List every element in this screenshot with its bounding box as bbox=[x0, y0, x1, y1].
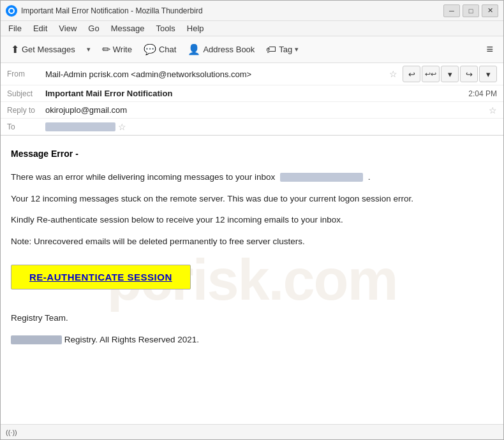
reply-back-button[interactable]: ↩ bbox=[403, 66, 420, 82]
nav-more-button[interactable]: ▾ bbox=[479, 66, 497, 82]
body-paragraph2: Your 12 incoming messages stuck on the r… bbox=[11, 192, 493, 206]
footer: Registry. All Rights Reserved 2021. bbox=[11, 333, 493, 347]
menu-file[interactable]: File bbox=[3, 22, 27, 34]
subject-label: Subject bbox=[7, 89, 45, 98]
hamburger-menu[interactable]: ≡ bbox=[481, 40, 498, 59]
signal-icon: ((·)) bbox=[6, 429, 17, 436]
toolbar: ⬆ Get Messages ▾ ✏ Write 💬 Chat 👤 Addres… bbox=[1, 36, 503, 63]
menu-view[interactable]: View bbox=[54, 22, 82, 34]
from-row: From Mail-Admin pcrisk.com <admin@networ… bbox=[1, 63, 503, 85]
body-paragraph1-suffix: . bbox=[368, 172, 371, 182]
body-paragraph4: Note: Unrecovered emails will be deleted… bbox=[11, 235, 493, 249]
to-row: To ☆ bbox=[1, 119, 503, 135]
address-book-label: Address Book bbox=[203, 45, 255, 54]
reply-to-star-icon[interactable]: ☆ bbox=[489, 105, 497, 115]
window-title: Important Mail Error Notification - Mozi… bbox=[21, 6, 443, 15]
email-body: pcrisk.com Message Error - There was an … bbox=[1, 136, 503, 424]
body-paragraph1-text: There was an error while delivering inco… bbox=[11, 172, 275, 182]
menu-message[interactable]: Message bbox=[106, 22, 150, 34]
reply-all-button[interactable]: ↩↩ bbox=[422, 66, 440, 82]
chat-icon: 💬 bbox=[144, 43, 156, 55]
tag-label: Tag bbox=[279, 45, 292, 54]
forward-button[interactable]: ↪ bbox=[460, 66, 478, 82]
address-book-icon: 👤 bbox=[188, 43, 200, 55]
nav-down-button[interactable]: ▾ bbox=[441, 66, 459, 82]
email-header: From Mail-Admin pcrisk.com <admin@networ… bbox=[1, 63, 503, 136]
body-heading: Message Error - bbox=[11, 149, 493, 159]
write-label: Write bbox=[113, 45, 132, 54]
app-icon bbox=[6, 5, 17, 17]
subject-value: Important Mail Error Notification bbox=[45, 89, 468, 98]
maximize-button[interactable]: □ bbox=[463, 4, 479, 17]
titlebar: Important Mail Error Notification - Mozi… bbox=[1, 1, 503, 21]
menubar: File Edit View Go Message Tools Help bbox=[1, 21, 503, 36]
reply-to-value: okirojuplo@gmail.com bbox=[45, 105, 486, 115]
reply-to-label: Reply to bbox=[7, 106, 45, 115]
body-paragraph3: Kindly Re-authenticate session below to … bbox=[11, 213, 493, 227]
to-value-redacted bbox=[45, 122, 115, 131]
svg-point-2 bbox=[10, 9, 13, 13]
menu-go[interactable]: Go bbox=[83, 22, 104, 34]
write-icon: ✏ bbox=[102, 43, 110, 55]
window-controls: ─ □ ✕ bbox=[443, 4, 498, 17]
reauth-button[interactable]: RE-AUTHENTICATE SESSION bbox=[11, 265, 191, 290]
menu-tools[interactable]: Tools bbox=[151, 22, 180, 34]
body-paragraph1: There was an error while delivering inco… bbox=[11, 170, 493, 184]
statusbar: ((·)) bbox=[1, 424, 503, 439]
reply-to-row: Reply to okirojuplo@gmail.com ☆ bbox=[1, 102, 503, 119]
tag-dropdown-icon: ▾ bbox=[295, 45, 299, 54]
get-messages-dropdown[interactable]: ▾ bbox=[82, 41, 96, 59]
main-window: Important Mail Error Notification - Mozi… bbox=[0, 0, 504, 440]
get-messages-icon: ⬆ bbox=[11, 43, 19, 55]
chat-label: Chat bbox=[159, 45, 176, 54]
write-button[interactable]: ✏ Write bbox=[97, 41, 137, 58]
menu-edit[interactable]: Edit bbox=[28, 22, 52, 34]
from-label: From bbox=[7, 70, 45, 78]
subject-row: Subject Important Mail Error Notificatio… bbox=[1, 85, 503, 102]
body-redacted-1 bbox=[280, 173, 363, 182]
get-messages-button[interactable]: ⬆ Get Messages bbox=[6, 41, 80, 58]
email-time: 2:04 PM bbox=[468, 89, 497, 98]
footer-text: Registry. All Rights Reserved 2021. bbox=[64, 335, 199, 344]
to-label: To bbox=[7, 122, 45, 131]
tag-button[interactable]: 🏷 Tag ▾ bbox=[261, 41, 304, 58]
close-button[interactable]: ✕ bbox=[482, 4, 498, 17]
tag-icon: 🏷 bbox=[266, 44, 276, 55]
sign-off: Registry Team. bbox=[11, 311, 493, 325]
nav-buttons: ↩ ↩↩ ▾ ↪ ▾ bbox=[403, 66, 497, 82]
from-value: Mail-Admin pcrisk.com <admin@networksolu… bbox=[45, 70, 387, 79]
footer-redacted bbox=[11, 335, 62, 344]
from-star-icon[interactable]: ☆ bbox=[389, 69, 397, 79]
email-content: Message Error - There was an error while… bbox=[11, 149, 493, 347]
get-messages-label: Get Messages bbox=[22, 45, 75, 54]
menu-help[interactable]: Help bbox=[182, 22, 209, 34]
address-book-button[interactable]: 👤 Address Book bbox=[182, 41, 260, 58]
to-star-icon[interactable]: ☆ bbox=[118, 122, 126, 132]
minimize-button[interactable]: ─ bbox=[443, 4, 460, 17]
chat-button[interactable]: 💬 Chat bbox=[138, 41, 181, 58]
